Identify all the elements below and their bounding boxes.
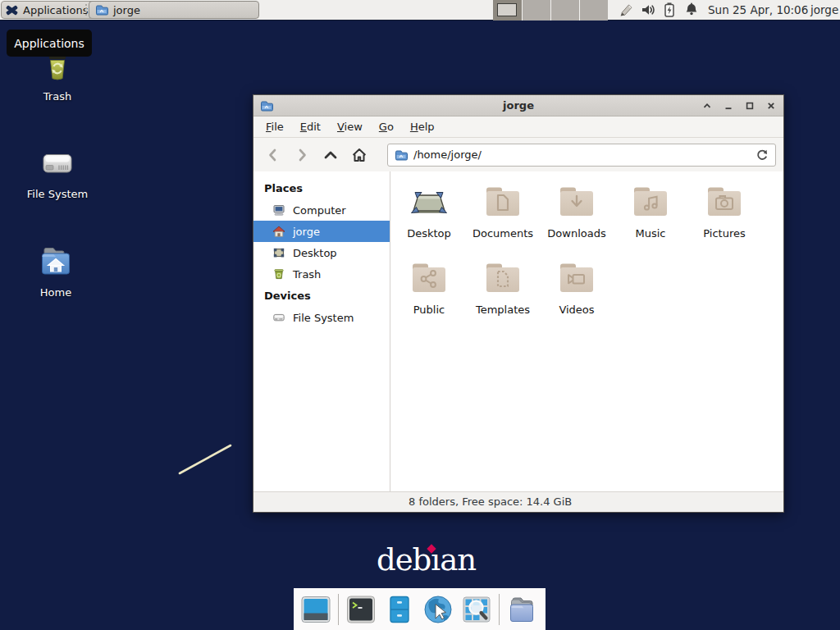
file-item-label: Pictures <box>703 227 745 240</box>
file-cabinet-icon[interactable] <box>383 593 416 626</box>
debian-logo-text: deb <box>377 542 431 578</box>
applications-menu-label: Applications <box>23 4 88 16</box>
folder-videos-icon <box>557 261 596 297</box>
menu-edit[interactable]: Edit <box>299 119 322 135</box>
toolbar: /home/jorge/ <box>253 138 783 171</box>
window-controls <box>701 95 777 116</box>
workspace-1[interactable] <box>493 0 522 21</box>
desktop-icon-label: Home <box>40 286 71 299</box>
menu-file[interactable]: File <box>265 119 285 135</box>
applications-menu-button[interactable]: Applications <box>1 1 96 19</box>
desktop-icon-label: Trash <box>43 90 71 103</box>
file-item-downloads[interactable]: Downloads <box>540 185 614 240</box>
chevron-up-icon <box>322 147 339 163</box>
desktop-icon <box>272 246 285 259</box>
file-item-label: Templates <box>476 304 530 316</box>
menu-go[interactable]: Go <box>378 119 395 135</box>
location-path[interactable]: /home/jorge/ <box>413 148 482 161</box>
volume-tray-icon[interactable] <box>640 2 656 18</box>
up-button[interactable] <box>318 144 343 167</box>
panel-username[interactable]: jorge <box>810 0 838 21</box>
home-button[interactable] <box>347 144 372 167</box>
forward-button[interactable] <box>290 144 314 167</box>
file-manager-window: jorge File Edit View Go Help <box>253 94 784 513</box>
trash-icon <box>272 267 285 281</box>
workspace-2[interactable] <box>522 0 550 21</box>
sidebar-item-file-system[interactable]: File System <box>253 307 390 328</box>
window-titlebar[interactable]: jorge <box>253 95 783 116</box>
file-item-music[interactable]: Music <box>614 185 687 240</box>
file-item-label: Desktop <box>407 227 451 240</box>
sidebar-item-label: File System <box>293 312 354 324</box>
statusbar-text: 8 folders, Free space: 14.4 GiB <box>409 492 572 512</box>
hard-drive-icon <box>272 311 285 324</box>
sidebar-header-places: Places <box>253 177 390 199</box>
notification-bell-tray-icon[interactable] <box>683 2 700 18</box>
workspace-window-miniature <box>497 3 517 16</box>
folder-music-icon <box>631 185 670 221</box>
workspace-4[interactable] <box>579 0 608 21</box>
shade-button[interactable] <box>701 100 713 112</box>
file-item-templates[interactable]: Templates <box>466 261 540 316</box>
sidebar-item-label: Trash <box>293 268 321 281</box>
home-icon <box>272 225 285 238</box>
panel-clock[interactable]: Sun 25 Apr, 10:06 <box>708 0 808 21</box>
sidebar-item-label: Computer <box>293 204 346 217</box>
workspace-3[interactable] <box>550 0 579 21</box>
dock-separator <box>338 594 339 625</box>
terminal-icon[interactable] <box>345 593 377 626</box>
file-item-desktop[interactable]: Desktop <box>392 185 466 240</box>
folder-public-icon <box>409 261 449 297</box>
top-panel: Applications jorge Sun 25 Apr, 10:06 jor… <box>0 0 840 21</box>
workspace-switcher[interactable] <box>493 0 608 21</box>
applications-icon <box>5 3 19 17</box>
hard-drive-icon <box>38 144 77 184</box>
file-item-label: Public <box>413 304 445 316</box>
sidebar-header-devices: Devices <box>253 285 390 307</box>
file-item-videos[interactable]: Videos <box>540 261 614 316</box>
folder-icon[interactable] <box>505 593 538 626</box>
sidebar-item-desktop[interactable]: Desktop <box>253 242 390 263</box>
sidebar: Places Computer jorge <box>253 171 390 491</box>
back-button[interactable] <box>261 144 285 167</box>
close-button[interactable] <box>765 100 777 112</box>
folder-pictures-icon <box>705 185 744 221</box>
sidebar-item-jorge[interactable]: jorge <box>253 221 390 242</box>
tooltip-text: Applications <box>14 37 84 50</box>
app-finder-icon[interactable] <box>460 593 493 626</box>
folder-templates-icon <box>483 261 523 297</box>
file-list: Desktop Documents Downloads Music Pictur… <box>390 171 783 491</box>
show-desktop-icon[interactable] <box>299 593 332 626</box>
sidebar-item-trash[interactable]: Trash <box>253 263 390 285</box>
debian-logo-text: an <box>440 542 476 578</box>
dock-separator <box>499 594 500 625</box>
home-folder-icon <box>36 243 75 282</box>
taskbar-window-button[interactable]: jorge <box>89 1 259 19</box>
debian-logo: debıan <box>377 543 476 578</box>
menu-help[interactable]: Help <box>409 119 436 135</box>
file-item-documents[interactable]: Documents <box>466 185 540 240</box>
debian-desktop: { "panel": { "applications": { "label": … <box>0 0 840 630</box>
chevron-left-icon <box>265 147 281 163</box>
location-bar[interactable]: /home/jorge/ <box>387 144 776 167</box>
folder-icon <box>95 3 108 16</box>
desktop-icon-home[interactable]: Home <box>7 243 105 299</box>
maximize-button[interactable] <box>744 100 756 112</box>
stylus-tray-icon[interactable] <box>619 2 635 18</box>
statusbar: 8 folders, Free space: 14.4 GiB <box>253 491 783 512</box>
file-item-pictures[interactable]: Pictures <box>687 185 761 240</box>
home-icon <box>351 147 368 163</box>
panel-separator-handle[interactable] <box>85 4 87 16</box>
menu-view[interactable]: View <box>336 119 363 135</box>
file-item-label: Videos <box>559 304 594 316</box>
desktop-icon-label: File System <box>27 188 88 200</box>
file-item-label: Downloads <box>547 227 605 240</box>
file-item-public[interactable]: Public <box>392 261 466 316</box>
sidebar-item-computer[interactable]: Computer <box>253 199 390 221</box>
reload-icon[interactable] <box>756 148 769 162</box>
file-item-label: Documents <box>472 227 533 240</box>
desktop-icon-file-system[interactable]: File System <box>8 144 107 200</box>
battery-tray-icon[interactable] <box>661 2 678 18</box>
web-browser-icon[interactable] <box>422 593 454 626</box>
minimize-button[interactable] <box>723 100 734 112</box>
